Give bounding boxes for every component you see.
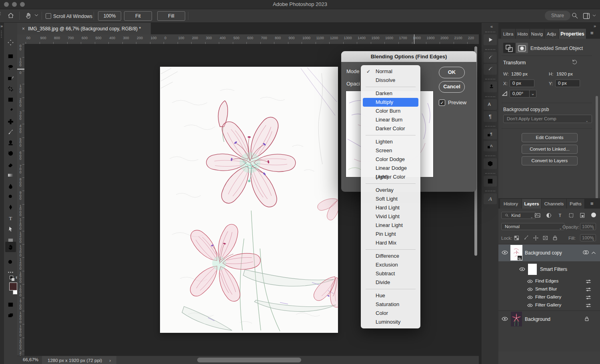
filter-row-smart-blur[interactable]: Smart Blur (498, 285, 600, 293)
convert-to-linked-button[interactable]: Convert to Linked... (522, 145, 578, 154)
ruler-corner[interactable] (17, 34, 25, 44)
panel-menu-icon[interactable]: ≡ (590, 30, 594, 36)
panel-group-grip[interactable] (485, 49, 495, 51)
hand-tool-icon[interactable] (25, 12, 32, 19)
filter-blending-icon[interactable] (586, 303, 591, 308)
menu-item-hard-light[interactable]: Hard Light (363, 203, 418, 212)
panel-icon-paragraph[interactable]: ¶ (484, 111, 497, 122)
filter-row-filter-gallery[interactable]: Filter Gallery (498, 293, 600, 301)
eye-icon[interactable] (502, 250, 508, 255)
rectangular-marquee-tool[interactable] (5, 51, 16, 61)
chevron-down-icon[interactable] (592, 14, 596, 17)
brush-tool[interactable] (5, 127, 16, 137)
screen-mode-button[interactable] (5, 310, 16, 320)
lock-transparent-icon[interactable] (514, 235, 520, 241)
collapse-panels-icon[interactable]: » (594, 24, 596, 28)
canvas-horizontal-scrollbar[interactable] (197, 358, 301, 362)
eye-icon[interactable] (527, 295, 533, 299)
fit-screen-button[interactable]: Fit Screen (124, 11, 152, 21)
chevron-down-icon[interactable] (34, 14, 38, 17)
layer-row-background-copy[interactable]: Background copy (498, 245, 600, 261)
tab-paths[interactable]: Paths (567, 199, 585, 209)
object-selection-tool[interactable] (5, 73, 16, 83)
close-window-button[interactable] (4, 2, 9, 7)
filter-shape-icon[interactable] (568, 212, 574, 218)
panel-icon-patterns[interactable] (484, 176, 497, 187)
horizontal-ruler[interactable]: 0090080070060050040030020010001002003004… (24, 34, 479, 44)
menu-item-color[interactable]: Color (363, 309, 418, 318)
eye-icon[interactable] (519, 267, 525, 271)
kind-filter-select[interactable]: Kind ⌄ (501, 212, 536, 219)
angle-input[interactable]: 0,00° (510, 90, 531, 97)
tab-history[interactable]: History (500, 199, 522, 209)
menu-item-exclusion[interactable]: Exclusion (363, 261, 418, 269)
layer-name[interactable]: Background copy (525, 250, 562, 256)
layer-name[interactable]: Smart Filters (540, 267, 567, 272)
tab-libraries[interactable]: Libra (501, 29, 516, 39)
opacity-value[interactable]: 100% ⌄ (580, 223, 596, 230)
panel-icon-clone-source[interactable] (484, 82, 497, 92)
preview-checkbox[interactable]: ✓ (439, 99, 445, 106)
angle-dropdown[interactable]: ⌄ (529, 90, 536, 97)
menu-item-darken[interactable]: Darken (363, 89, 418, 98)
filter-smart-icon[interactable] (579, 212, 586, 218)
scroll-all-windows-checkbox[interactable] (46, 13, 51, 19)
layer-row-background[interactable]: Background (498, 311, 600, 328)
panel-icon-character[interactable]: A (484, 99, 497, 110)
menu-item-luminosity[interactable]: Luminosity (363, 318, 418, 326)
search-icon[interactable] (571, 12, 578, 19)
collapse-filters-icon[interactable] (591, 251, 596, 255)
panel-icon-brushes[interactable] (484, 64, 497, 75)
zoom-100-button[interactable]: 100% (98, 11, 121, 21)
eraser-tool[interactable] (5, 159, 16, 170)
menu-item-linear-burn[interactable]: Linear Burn (363, 115, 418, 124)
minimize-window-button[interactable] (12, 2, 17, 7)
quick-mask-button[interactable] (5, 299, 16, 310)
document-tab[interactable]: × IMG_3588.jpg @ 66,7% (Background copy,… (17, 23, 151, 34)
layer-blend-mode-select[interactable]: Normal ⌄ (501, 223, 564, 230)
menu-item-normal[interactable]: ✓Normal (363, 67, 418, 76)
mask-badge-icon[interactable] (516, 43, 528, 53)
dodge-tool[interactable] (5, 192, 16, 202)
pen-tool[interactable] (5, 202, 16, 212)
status-chevron-icon[interactable]: › (109, 358, 111, 363)
filter-blending-icon[interactable] (586, 295, 591, 300)
path-selection-tool[interactable] (5, 224, 16, 234)
eye-icon[interactable] (527, 279, 533, 283)
menu-item-lighten[interactable]: Lighten (363, 137, 418, 146)
panel-icon-actions[interactable] (484, 34, 497, 45)
eye-icon[interactable] (527, 303, 533, 307)
menu-item-lighter-color[interactable]: Lighter Color (363, 173, 418, 181)
ok-button[interactable]: OK (439, 67, 465, 78)
h-value[interactable]: 1920 px (556, 72, 573, 76)
layer-row-smart-filters[interactable]: Smart Filters (498, 261, 600, 277)
reset-transform-icon[interactable] (571, 59, 578, 65)
swap-colors-icon[interactable] (10, 276, 14, 281)
filter-name[interactable]: Filter Gallery (535, 294, 561, 299)
blending-options-icon[interactable] (582, 250, 589, 256)
clone-stamp-tool[interactable] (5, 138, 16, 148)
fill-screen-button[interactable]: Fill Screen (157, 11, 185, 21)
filter-blending-icon[interactable] (586, 279, 591, 284)
panel-group-grip[interactable] (485, 126, 495, 128)
vertical-ruler[interactable]: 0 01 0 001 0 02 0 03 0 04 0 05 0 06 0 07… (17, 44, 25, 356)
spot-healing-brush-tool[interactable] (5, 116, 16, 127)
blur-tool[interactable] (5, 181, 16, 191)
lock-position-icon[interactable] (533, 235, 539, 241)
panel-group-grip[interactable] (485, 96, 495, 98)
frame-tool[interactable] (5, 94, 16, 105)
tab-channels[interactable]: Channels (542, 199, 567, 209)
panel-group-grip[interactable] (485, 32, 495, 34)
close-tab-icon[interactable]: × (22, 26, 25, 32)
panel-group-grip[interactable] (485, 191, 495, 193)
panel-group-grip[interactable] (485, 173, 495, 175)
lock-artboard-icon[interactable] (542, 235, 548, 241)
convert-to-layers-button[interactable]: Convert to Layers (522, 156, 578, 165)
gradient-tool[interactable] (5, 170, 16, 180)
panel-icon-character-styles[interactable]: A (484, 141, 497, 151)
filter-type-icon[interactable]: T (557, 212, 563, 218)
filter-name[interactable]: Filter Gallery (535, 302, 561, 307)
tab-properties[interactable]: Properties (559, 29, 586, 39)
toolbar-grip[interactable] (0, 31, 2, 38)
crop-tool[interactable] (5, 84, 16, 94)
